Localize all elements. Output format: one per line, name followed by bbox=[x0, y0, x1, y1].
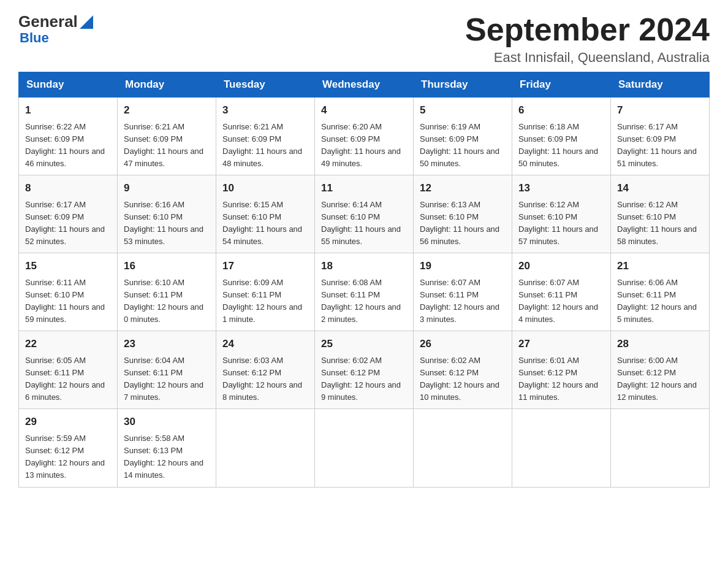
table-row: 15Sunrise: 6:11 AMSunset: 6:10 PMDayligh… bbox=[19, 253, 118, 331]
day-number: 19 bbox=[420, 258, 506, 274]
calendar-week-row: 8Sunrise: 6:17 AMSunset: 6:09 PMDaylight… bbox=[19, 175, 710, 253]
logo: General Blue bbox=[18, 12, 93, 46]
day-info: Sunrise: 6:03 AMSunset: 6:12 PMDaylight:… bbox=[222, 354, 308, 404]
day-number: 18 bbox=[321, 258, 407, 274]
table-row: 28Sunrise: 6:00 AMSunset: 6:12 PMDayligh… bbox=[611, 331, 710, 409]
day-number: 21 bbox=[617, 258, 703, 274]
day-number: 15 bbox=[25, 258, 111, 274]
table-row: 18Sunrise: 6:08 AMSunset: 6:11 PMDayligh… bbox=[315, 253, 414, 331]
day-number: 6 bbox=[518, 102, 604, 118]
day-info: Sunrise: 6:02 AMSunset: 6:12 PMDaylight:… bbox=[321, 354, 407, 404]
day-info: Sunrise: 6:00 AMSunset: 6:12 PMDaylight:… bbox=[617, 354, 703, 404]
day-info: Sunrise: 6:15 AMSunset: 6:10 PMDaylight:… bbox=[222, 199, 308, 248]
table-row: 27Sunrise: 6:01 AMSunset: 6:12 PMDayligh… bbox=[512, 331, 611, 409]
svg-marker-0 bbox=[80, 15, 93, 29]
table-row: 1Sunrise: 6:22 AMSunset: 6:09 PMDaylight… bbox=[19, 98, 118, 175]
day-info: Sunrise: 6:18 AMSunset: 6:09 PMDaylight:… bbox=[518, 121, 604, 170]
day-info: Sunrise: 6:12 AMSunset: 6:10 PMDaylight:… bbox=[518, 199, 604, 248]
day-info: Sunrise: 6:07 AMSunset: 6:11 PMDaylight:… bbox=[420, 277, 506, 326]
table-row: 21Sunrise: 6:06 AMSunset: 6:11 PMDayligh… bbox=[611, 253, 710, 331]
table-row bbox=[216, 409, 315, 487]
table-row: 24Sunrise: 6:03 AMSunset: 6:12 PMDayligh… bbox=[216, 331, 315, 409]
table-row: 26Sunrise: 6:02 AMSunset: 6:12 PMDayligh… bbox=[414, 331, 512, 409]
calendar-week-row: 15Sunrise: 6:11 AMSunset: 6:10 PMDayligh… bbox=[19, 253, 710, 331]
day-info: Sunrise: 5:59 AMSunset: 6:12 PMDaylight:… bbox=[25, 432, 111, 482]
day-info: Sunrise: 6:04 AMSunset: 6:11 PMDaylight:… bbox=[124, 354, 210, 404]
table-row: 14Sunrise: 6:12 AMSunset: 6:10 PMDayligh… bbox=[611, 175, 710, 253]
day-info: Sunrise: 6:07 AMSunset: 6:11 PMDaylight:… bbox=[518, 277, 604, 326]
day-number: 16 bbox=[124, 258, 210, 274]
day-info: Sunrise: 6:21 AMSunset: 6:09 PMDaylight:… bbox=[124, 121, 210, 170]
calendar-week-row: 29Sunrise: 5:59 AMSunset: 6:12 PMDayligh… bbox=[19, 409, 710, 487]
table-row: 2Sunrise: 6:21 AMSunset: 6:09 PMDaylight… bbox=[118, 98, 216, 175]
table-row: 22Sunrise: 6:05 AMSunset: 6:11 PMDayligh… bbox=[19, 331, 118, 409]
day-info: Sunrise: 6:10 AMSunset: 6:11 PMDaylight:… bbox=[124, 277, 210, 326]
day-number: 3 bbox=[222, 102, 308, 118]
day-number: 23 bbox=[124, 336, 210, 352]
day-number: 22 bbox=[25, 336, 111, 352]
table-row: 16Sunrise: 6:10 AMSunset: 6:11 PMDayligh… bbox=[118, 253, 216, 331]
table-row: 17Sunrise: 6:09 AMSunset: 6:11 PMDayligh… bbox=[216, 253, 315, 331]
day-info: Sunrise: 6:12 AMSunset: 6:10 PMDaylight:… bbox=[617, 199, 703, 248]
day-number: 10 bbox=[222, 180, 308, 196]
calendar-week-row: 1Sunrise: 6:22 AMSunset: 6:09 PMDaylight… bbox=[19, 98, 710, 175]
table-row: 3Sunrise: 6:21 AMSunset: 6:09 PMDaylight… bbox=[216, 98, 315, 175]
day-info: Sunrise: 6:20 AMSunset: 6:09 PMDaylight:… bbox=[321, 121, 407, 170]
header-friday: Friday bbox=[512, 72, 611, 98]
day-info: Sunrise: 6:14 AMSunset: 6:10 PMDaylight:… bbox=[321, 199, 407, 248]
day-info: Sunrise: 6:22 AMSunset: 6:09 PMDaylight:… bbox=[25, 121, 111, 170]
day-number: 30 bbox=[124, 414, 210, 430]
day-info: Sunrise: 6:16 AMSunset: 6:10 PMDaylight:… bbox=[124, 199, 210, 248]
header-wednesday: Wednesday bbox=[315, 72, 414, 98]
header-saturday: Saturday bbox=[611, 72, 710, 98]
logo-general-text: General bbox=[18, 12, 78, 31]
day-number: 27 bbox=[518, 336, 604, 352]
day-number: 26 bbox=[420, 336, 506, 352]
day-number: 14 bbox=[617, 180, 703, 196]
title-area: September 2024 East Innisfail, Queenslan… bbox=[465, 12, 710, 66]
day-number: 4 bbox=[321, 102, 407, 118]
day-info: Sunrise: 6:01 AMSunset: 6:12 PMDaylight:… bbox=[518, 354, 604, 404]
table-row: 11Sunrise: 6:14 AMSunset: 6:10 PMDayligh… bbox=[315, 175, 414, 253]
table-row: 9Sunrise: 6:16 AMSunset: 6:10 PMDaylight… bbox=[118, 175, 216, 253]
month-title: September 2024 bbox=[465, 12, 710, 47]
day-number: 8 bbox=[25, 180, 111, 196]
table-row: 13Sunrise: 6:12 AMSunset: 6:10 PMDayligh… bbox=[512, 175, 611, 253]
header-tuesday: Tuesday bbox=[216, 72, 315, 98]
day-info: Sunrise: 6:02 AMSunset: 6:12 PMDaylight:… bbox=[420, 354, 506, 404]
day-number: 5 bbox=[420, 102, 506, 118]
day-info: Sunrise: 6:11 AMSunset: 6:10 PMDaylight:… bbox=[25, 277, 111, 326]
table-row: 23Sunrise: 6:04 AMSunset: 6:11 PMDayligh… bbox=[118, 331, 216, 409]
table-row: 4Sunrise: 6:20 AMSunset: 6:09 PMDaylight… bbox=[315, 98, 414, 175]
logo-blue-text: Blue bbox=[18, 30, 49, 46]
day-info: Sunrise: 6:09 AMSunset: 6:11 PMDaylight:… bbox=[222, 277, 308, 326]
table-row: 10Sunrise: 6:15 AMSunset: 6:10 PMDayligh… bbox=[216, 175, 315, 253]
calendar-table: Sunday Monday Tuesday Wednesday Thursday… bbox=[18, 72, 710, 487]
day-number: 20 bbox=[518, 258, 604, 274]
header-sunday: Sunday bbox=[19, 72, 118, 98]
table-row: 20Sunrise: 6:07 AMSunset: 6:11 PMDayligh… bbox=[512, 253, 611, 331]
table-row bbox=[611, 409, 710, 487]
day-number: 29 bbox=[25, 414, 111, 430]
table-row: 6Sunrise: 6:18 AMSunset: 6:09 PMDaylight… bbox=[512, 98, 611, 175]
logo-icon bbox=[80, 15, 93, 29]
table-row: 7Sunrise: 6:17 AMSunset: 6:09 PMDaylight… bbox=[611, 98, 710, 175]
table-row: 30Sunrise: 5:58 AMSunset: 6:13 PMDayligh… bbox=[118, 409, 216, 487]
day-number: 13 bbox=[518, 180, 604, 196]
day-number: 12 bbox=[420, 180, 506, 196]
day-number: 17 bbox=[222, 258, 308, 274]
day-number: 9 bbox=[124, 180, 210, 196]
table-row bbox=[414, 409, 512, 487]
day-info: Sunrise: 6:05 AMSunset: 6:11 PMDaylight:… bbox=[25, 354, 111, 404]
day-info: Sunrise: 6:21 AMSunset: 6:09 PMDaylight:… bbox=[222, 121, 308, 170]
day-number: 1 bbox=[25, 102, 111, 118]
day-number: 11 bbox=[321, 180, 407, 196]
location-subtitle: East Innisfail, Queensland, Australia bbox=[465, 50, 710, 66]
table-row: 8Sunrise: 6:17 AMSunset: 6:09 PMDaylight… bbox=[19, 175, 118, 253]
day-info: Sunrise: 6:17 AMSunset: 6:09 PMDaylight:… bbox=[25, 199, 111, 248]
table-row bbox=[315, 409, 414, 487]
header-thursday: Thursday bbox=[414, 72, 512, 98]
day-info: Sunrise: 5:58 AMSunset: 6:13 PMDaylight:… bbox=[124, 432, 210, 482]
table-row: 29Sunrise: 5:59 AMSunset: 6:12 PMDayligh… bbox=[19, 409, 118, 487]
day-number: 25 bbox=[321, 336, 407, 352]
